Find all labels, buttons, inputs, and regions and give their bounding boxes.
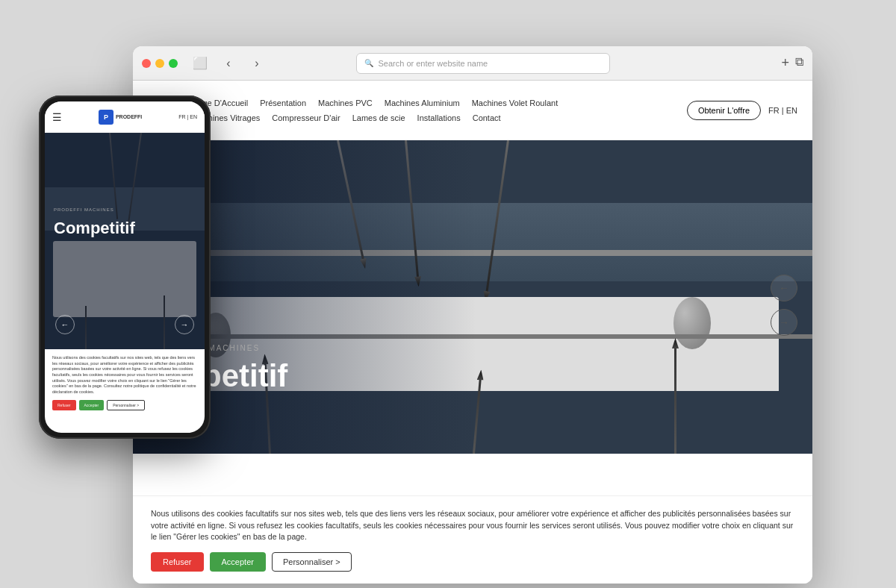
search-icon: 🔍 bbox=[364, 59, 373, 67]
nav-compresseur[interactable]: Compresseur D'air bbox=[266, 110, 346, 125]
nav-lames[interactable]: Lames de scie bbox=[346, 110, 411, 125]
nav-installations[interactable]: Installations bbox=[411, 110, 467, 125]
phone-screen: ☰ P PRODEFFI FR | EN PRODEFFI MACHINES C… bbox=[45, 101, 205, 433]
nav-presentation[interactable]: Présentation bbox=[254, 96, 312, 110]
nav-contact[interactable]: Contact bbox=[467, 110, 507, 125]
phone-cookie-refuser[interactable]: Refuser bbox=[52, 400, 76, 410]
cookie-text: Nous utilisons des cookies facultatifs s… bbox=[151, 508, 794, 543]
phone-arrow-left-icon: ← bbox=[61, 320, 69, 329]
lower-drill-3 bbox=[674, 344, 676, 454]
phone-hero-subtitle: PRODEFFI MACHINES bbox=[54, 207, 114, 212]
phone-logo-name: PRODEFFI bbox=[116, 114, 142, 119]
lang-fr[interactable]: FR bbox=[768, 106, 780, 115]
browser-toolbar: ⬜ ‹ › 🔍 Search or enter website name + ⧉ bbox=[133, 46, 812, 81]
lang-selector[interactable]: FR | EN bbox=[768, 106, 797, 115]
phone-cookie-banner: Nous utilisons des cookies facultatifs s… bbox=[45, 349, 205, 416]
cookie-personnaliser-button[interactable]: Personnaliser > bbox=[272, 552, 352, 572]
lang-separator: | bbox=[782, 106, 784, 115]
slide-prev-button[interactable]: ← bbox=[771, 275, 797, 301]
cookie-banner: Nous utilisons des cookies facultatifs s… bbox=[133, 495, 812, 584]
traffic-light-close[interactable] bbox=[142, 59, 151, 68]
cookie-accepter-button[interactable]: Accepter bbox=[210, 552, 266, 572]
cylinder-right bbox=[673, 297, 711, 349]
phone-cookie-actions: Refuser Accepter Personnaliser > bbox=[52, 400, 197, 410]
nav-machines-volet[interactable]: Machines Volet Roulant bbox=[466, 96, 564, 110]
phone-hero: PRODEFFI MACHINES Competitif ← → bbox=[45, 133, 205, 349]
phone-mockup: ☰ P PRODEFFI FR | EN PRODEFFI MACHINES C… bbox=[39, 96, 211, 439]
phone-arrow-right-icon: → bbox=[181, 320, 189, 329]
phone-hero-title: Competitif bbox=[54, 219, 135, 238]
copy-tab-button[interactable]: ⧉ bbox=[795, 55, 803, 71]
browser-window: ⬜ ‹ › 🔍 Search or enter website name + ⧉… bbox=[133, 46, 812, 584]
phone-cookie-personnaliser[interactable]: Personnaliser > bbox=[107, 400, 145, 410]
slide-next-button[interactable]: → bbox=[771, 309, 797, 336]
traffic-light-minimize[interactable] bbox=[155, 59, 164, 68]
arrow-left-icon: ← bbox=[779, 282, 789, 294]
site-navigation: P Page D'Accueil Présentation Machines P… bbox=[133, 81, 812, 140]
cookie-actions: Refuser Accepter Personnaliser > bbox=[151, 552, 794, 572]
lang-en[interactable]: EN bbox=[786, 106, 797, 115]
cookie-refuser-button[interactable]: Refuser bbox=[151, 552, 204, 572]
add-tab-button[interactable]: + bbox=[781, 55, 789, 71]
phone-slide-prev[interactable]: ← bbox=[55, 315, 75, 334]
back-button[interactable]: ‹ bbox=[218, 53, 239, 74]
arrow-right-icon: → bbox=[779, 316, 789, 328]
traffic-light-maximize[interactable] bbox=[169, 59, 178, 68]
nav-machines-aluminium[interactable]: Machines Aluminium bbox=[379, 96, 466, 110]
address-text: Search or enter website name bbox=[378, 59, 488, 68]
address-bar[interactable]: 🔍 Search or enter website name bbox=[356, 53, 610, 74]
hero-image bbox=[133, 140, 812, 454]
phone-logo-icon: P bbox=[99, 110, 113, 125]
phone-slide-next[interactable]: → bbox=[175, 315, 194, 334]
nav-machines-pvc[interactable]: Machines PVC bbox=[312, 96, 379, 110]
nav-right: Obtenir L'offre FR | EN bbox=[687, 101, 797, 120]
phone-lang-selector[interactable]: FR | EN bbox=[178, 114, 197, 119]
phone-nav: ☰ P PRODEFFI FR | EN bbox=[45, 101, 205, 133]
offer-button[interactable]: Obtenir L'offre bbox=[687, 101, 761, 120]
nav-links: Page D'Accueil Présentation Machines PVC… bbox=[187, 96, 687, 125]
phone-menu-icon[interactable]: ☰ bbox=[52, 111, 62, 123]
forward-button[interactable]: › bbox=[246, 53, 267, 74]
phone-cookie-text: Nous utilisons des cookies facultatifs s… bbox=[52, 355, 197, 395]
browser-actions: + ⧉ bbox=[781, 55, 803, 71]
phone-cookie-accepter[interactable]: Accepter bbox=[79, 400, 105, 410]
traffic-lights bbox=[142, 59, 178, 68]
hero-section: PRODEFFI MACHINES ompetitif ← → bbox=[133, 140, 812, 454]
phone-logo: P PRODEFFI bbox=[99, 110, 142, 125]
sidebar-toggle-button[interactable]: ⬜ bbox=[190, 53, 211, 74]
